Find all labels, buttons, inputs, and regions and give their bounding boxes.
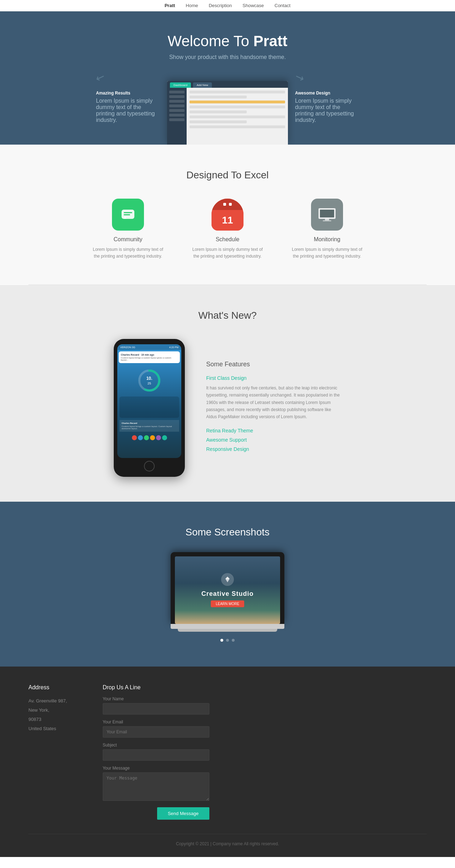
laptop-cta-button[interactable]: LEARN MORE [211,600,244,607]
hero-subtitle: Show your product with this handsome the… [14,54,441,60]
schedule-desc: Lorem Ipsum is simply dummy text of the … [192,246,263,260]
new-text: Some Features First Class Design It has … [206,361,341,455]
community-label: Community [92,236,164,243]
dot-3[interactable] [232,639,235,642]
footer-address-heading: Address [28,684,67,691]
laptop-base [171,624,284,629]
footer-content: Address Av. Greenville 987, New York, 90… [28,684,427,820]
feature-community: Community Lorem Ipsum is simply dummy te… [92,199,164,260]
svg-rect-7 [323,220,331,221]
laptop-logo [221,573,234,586]
hero-title: Welcome To Pratt [14,33,441,50]
features-heading: Some Features [206,361,341,368]
svg-rect-5 [320,210,334,217]
svg-rect-2 [124,214,130,215]
footer-contact-col: Drop Us A Line Your Name Your Email Subj… [103,684,209,820]
mockup-sidebar [167,88,187,145]
subject-group: Subject [103,743,209,761]
phone-screen: VERIZON 3G4:20 PM Charles Recard · 19 mi… [117,344,181,458]
carousel-dots [14,639,441,642]
feature-link-3[interactable]: Responsive Design [206,446,341,452]
nav-showcase[interactable]: Showcase [242,3,264,8]
dot-2[interactable] [226,639,229,642]
hero-left-text: Lorem Ipsum is simply dummy text of the … [96,98,160,123]
nav-brand[interactable]: Pratt [165,3,175,8]
mockup-tab-inactive: Add New [193,82,212,88]
feature-monitoring: Monitoring Lorem Ipsum is simply dummy t… [291,199,363,260]
email-input[interactable] [103,726,209,738]
hero-left-box: ↙ Amazing Results Lorem Ipsum is simply … [96,71,160,145]
hero-right-text: Lorem Ipsum is simply dummy text of the … [295,98,359,123]
footer-contact-heading: Drop Us A Line [103,684,209,691]
feature-link-1[interactable]: Retina Ready Theme [206,428,341,433]
phone-chat-bubble: Charles Recard · 19 min ago Custom layou… [119,351,180,363]
feature-link-0[interactable]: First Class Design [206,375,341,381]
community-icon [112,199,144,231]
whats-new-section: What's New? VERIZON 3G4:20 PM Charles Re… [0,285,455,502]
svg-rect-1 [124,212,132,213]
email-group: Your Email [103,719,209,738]
hero-right-box: ↙ Awesome Design Lorem Ipsum is simply d… [295,71,359,145]
phone-mockup: VERIZON 3G4:20 PM Charles Recard · 19 mi… [114,339,185,477]
hero-mockup: Dashboard Add New [167,81,288,145]
phone-screen-inner: VERIZON 3G4:20 PM Charles Recard · 19 mi… [117,344,181,458]
phone-avatars [117,434,181,442]
laptop-screen-title: Creative Studio [201,590,253,598]
community-desc: Lorem Ipsum is simply dummy text of the … [92,246,164,260]
laptop-screen: Creative Studio LEARN MORE [175,556,280,624]
subject-label: Subject [103,743,209,748]
name-group: Your Name [103,696,209,715]
nav-home[interactable]: Home [186,3,198,8]
nav-description[interactable]: Description [209,3,232,8]
svg-rect-6 [325,219,329,220]
subject-input[interactable] [103,749,209,761]
screenshots-heading: Some Screenshots [14,527,441,538]
footer-address: Av. Greenville 987, New York, 90873 Unit… [28,696,67,733]
message-textarea[interactable] [103,772,209,801]
name-label: Your Name [103,696,209,701]
monitoring-label: Monitoring [291,236,363,243]
excel-heading: Designed To Excel [14,169,441,181]
phone-home-button[interactable] [144,461,155,471]
screenshots-section: Some Screenshots Creative Studio LEARN M… [0,502,455,667]
monitoring-icon [311,199,343,231]
monitoring-desc: Lorem Ipsum is simply dummy text of the … [291,246,363,260]
hero-screen-mockup: Dashboard Add New [167,81,288,145]
hero-right-heading: Awesome Design [295,91,359,96]
whats-new-heading: What's New? [28,310,427,321]
footer-address-col: Address Av. Greenville 987, New York, 90… [28,684,67,820]
email-label: Your Email [103,719,209,724]
message-group: Your Message [103,766,209,802]
feature-link-2[interactable]: Awesome Support [206,437,341,443]
dot-1[interactable] [220,639,223,642]
navigation: Pratt Home Description Showcase Contact [0,0,455,11]
feature-desc-0: It has survived not only five centuries,… [206,384,341,421]
laptop-screen-outer: Creative Studio LEARN MORE [171,552,284,624]
copyright: Copyright © 2021 | Company name All righ… [28,834,427,846]
phone-status-bar: VERIZON 3G4:20 PM [117,344,181,350]
features-grid: Community Lorem Ipsum is simply dummy te… [14,199,441,260]
nav-contact[interactable]: Contact [274,3,290,8]
arrow-left-icon: ↙ [94,70,107,85]
hero-left-heading: Amazing Results [96,91,160,96]
send-button[interactable]: Send Message [157,807,209,820]
feature-schedule: 11 Schedule Lorem Ipsum is simply dummy … [192,199,263,260]
laptop-mockup: Creative Studio LEARN MORE [171,552,284,632]
schedule-icon: 11 [212,199,243,231]
mockup-tab-active: Dashboard [170,82,191,88]
schedule-label: Schedule [192,236,263,243]
excel-section: Designed To Excel Community Lorem Ipsum … [0,145,455,285]
mockup-content-area [187,88,288,145]
new-content: VERIZON 3G4:20 PM Charles Recard · 19 mi… [28,339,427,477]
footer: Address Av. Greenville 987, New York, 90… [0,667,455,857]
message-label: Your Message [103,766,209,771]
arrow-right-icon: ↙ [293,70,306,85]
name-input[interactable] [103,703,209,715]
hero-section: Welcome To Pratt Show your product with … [0,11,455,145]
